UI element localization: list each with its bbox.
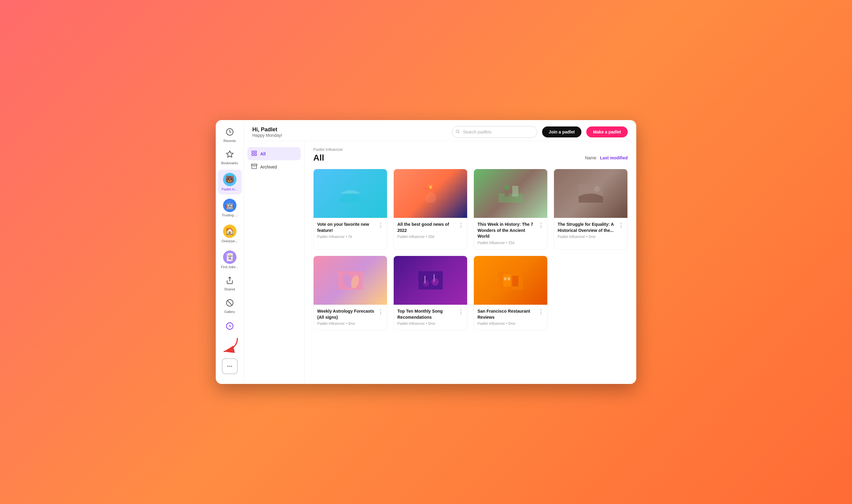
make-padlet-button[interactable]: Make a padlet [586,126,628,138]
svg-rect-37 [424,276,425,283]
sidebar-item-recents[interactable]: Recents [218,125,242,146]
all-label: All [260,151,266,156]
svg-point-17 [340,194,361,203]
nav-all[interactable]: All [248,147,301,160]
sort-modified-button[interactable]: Last modified [600,156,628,160]
padlet-in-avatar: 🐻 [223,173,236,186]
card-meta-7wonders: Padlet Influencer • 25d [477,241,544,245]
overjoyed-avatar: 🏠 [223,224,236,238]
card-menu-restaurant[interactable]: ⋮ [536,308,544,316]
svg-line-22 [425,188,428,190]
svg-rect-12 [255,151,257,153]
padlets-area: Padlet Influencer All Name Last modified [305,141,636,384]
svg-rect-42 [504,277,506,280]
content-layout: All Archived Padlet Influencer [244,141,636,384]
svg-point-35 [423,280,429,286]
svg-rect-38 [434,274,435,282]
trusting-avatar: 🤖 [223,199,236,212]
card-title-equality: The Struggle for Equality: A Historical … [558,221,616,233]
svg-point-36 [432,278,439,286]
sort-name-button[interactable]: Name [585,156,596,160]
svg-rect-15 [251,164,257,165]
sidebar-item-overjoyed[interactable]: 🏠 Overjoye... [218,221,242,246]
svg-rect-43 [508,277,510,280]
svg-point-28 [504,185,509,190]
gallery-icon [226,299,234,309]
card-7wonders[interactable]: This Week in History: The 7 Wonders of t… [473,169,548,250]
card-goodnews[interactable]: All the best good news of 2022 ⋮ Padlet … [393,169,468,250]
svg-rect-27 [512,186,518,197]
svg-line-23 [434,188,436,190]
greeting-title: Hi, Padlet [252,126,447,133]
card-equality[interactable]: The Struggle for Equality: A Historical … [554,169,628,250]
overjoyed-label: Overjoye... [221,239,238,243]
card-thumb-astrology [313,256,387,305]
archived-label: Archived [260,164,277,169]
card-menu-songs[interactable]: ⋮ [456,308,464,316]
gallery-label: Gallery [224,310,235,314]
svg-rect-41 [512,276,518,286]
card-menu-astrology[interactable]: ⋮ [376,308,383,316]
section-header: All Name Last modified [313,153,628,163]
card-meta-goodnews: Padlet Influencer • 20d [397,235,464,239]
card-menu-equality[interactable]: ⋮ [616,221,624,229]
cards-grid: Vote on your favorite new feature! ⋮ Pad… [313,169,628,330]
sidebar-item-first-joke[interactable]: 🃏 First Joke... [218,248,242,272]
svg-rect-34 [418,271,443,289]
card-meta-restaurant: Padlet Influencer • 5mo [477,322,544,326]
card-menu-vote[interactable]: ⋮ [376,221,383,229]
sidebar-item-gallery[interactable]: Gallery [218,296,242,317]
search-icon [456,129,460,135]
card-body-7wonders: This Week in History: The 7 Wonders of t… [474,218,547,249]
all-icon [251,150,257,157]
shared-icon [226,276,234,286]
card-thumb-vote [313,169,387,218]
svg-line-4 [227,301,232,305]
svg-point-30 [594,186,600,192]
sidebar-icons: Recents Bookmarks 🐻 Padlet In... 🤖 Trust… [216,120,244,384]
ellipsis-icon [227,363,233,369]
sidebar-item-padlet-in[interactable]: 🐻 Padlet In... [218,170,242,194]
join-padlet-button[interactable]: Join a padlet [542,126,582,138]
nav-archived[interactable]: Archived [248,160,301,174]
nav-sidebar: All Archived [244,141,305,384]
card-meta-astrology: Padlet Influencer • 3mo [317,322,383,326]
card-title-goodnews: All the best good news of 2022 [397,221,456,233]
sidebar-item-shared[interactable]: Shared [218,273,242,294]
card-body-astrology: Weekly Astrology Forecasts (All signs) ⋮… [313,305,387,330]
card-songs[interactable]: Top Ten Monthly Song Recomendations ⋮ Pa… [393,256,468,330]
archived-icon [251,163,257,170]
sidebar-item-bookmarks[interactable]: Bookmarks [218,147,242,168]
sort-options: Name Last modified [585,156,628,160]
svg-point-6 [227,366,228,366]
card-thumb-restaurant [474,256,547,305]
svg-line-10 [458,132,459,133]
svg-point-24 [429,186,432,188]
svg-marker-1 [226,151,233,158]
card-meta-vote: Padlet Influencer • 7d [317,235,383,239]
card-restaurant[interactable]: San Francisco Restaurant Reviews ⋮ Padle… [473,256,548,330]
svg-rect-14 [255,154,257,156]
svg-point-19 [425,193,436,203]
bookmarks-icon [226,150,234,160]
card-body-vote: Vote on your favorite new feature! ⋮ Pad… [313,218,387,243]
card-body-equality: The Struggle for Equality: A Historical … [554,218,628,243]
shared-label: Shared [224,287,235,291]
card-thumb-7wonders [474,169,547,218]
card-meta-equality: Padlet Influencer • 2mo [558,235,624,239]
card-menu-7wonders[interactable]: ⋮ [536,221,544,229]
search-input[interactable] [452,126,537,138]
more-options-button[interactable] [222,358,238,374]
arrow-annotation [218,337,242,356]
card-vote[interactable]: Vote on your favorite new feature! ⋮ Pad… [313,169,387,250]
notification-button[interactable] [222,318,238,334]
section-title: All [313,153,324,163]
svg-point-8 [231,366,232,366]
sidebar-item-trusting[interactable]: 🤖 Trusting ... [218,196,242,220]
search-bar[interactable] [452,126,537,138]
trusting-label: Trusting ... [222,213,238,217]
card-astrology[interactable]: Weekly Astrology Forecasts (All signs) ⋮… [313,256,387,330]
greeting-section: Hi, Padlet Happy Monday! [252,126,447,138]
card-menu-goodnews[interactable]: ⋮ [456,221,464,229]
first-joke-avatar: 🃏 [223,251,236,264]
